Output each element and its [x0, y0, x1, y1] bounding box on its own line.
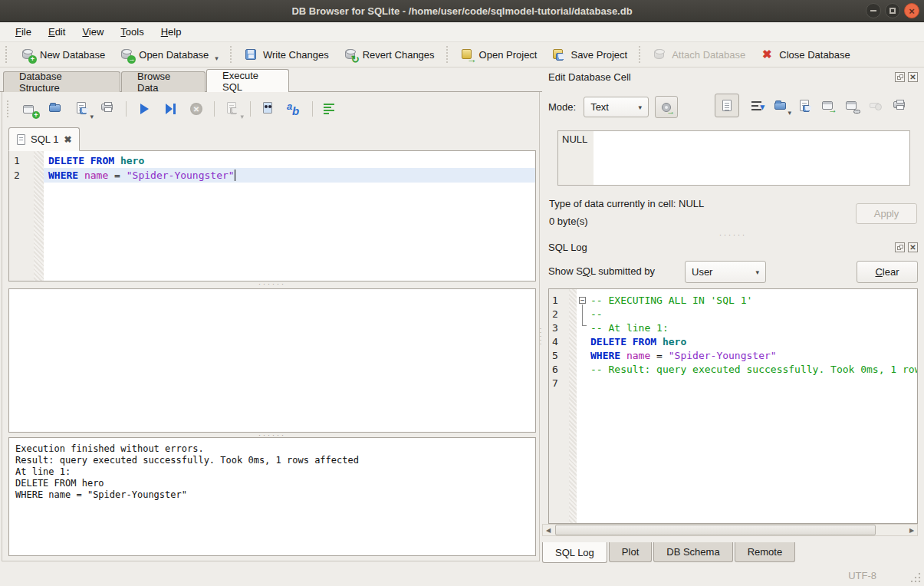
sql-editor[interactable]: 1 2 DELETE FROM heroWHERE name = "Spider…: [8, 150, 536, 281]
import-cell-data-icon[interactable]: ▾: [773, 98, 788, 114]
execute-sql-icon[interactable]: [136, 100, 153, 117]
open-database-dropdown-icon[interactable]: ▾: [215, 54, 219, 62]
dock-tab-remote[interactable]: Remote: [735, 542, 796, 562]
log-horizontal-scrollbar[interactable]: ◀ ▶: [542, 524, 918, 536]
menu-tools[interactable]: Tools: [113, 24, 151, 40]
save-project-button[interactable]: Save Project: [544, 44, 634, 65]
code-line: --: [589, 308, 917, 321]
tab-database-structure[interactable]: Database Structure: [3, 71, 120, 92]
sql-log-window-buttons: ✕: [895, 242, 918, 252]
open-in-app-icon[interactable]: →: [820, 98, 836, 114]
float-panel-icon[interactable]: [895, 72, 905, 82]
log-code[interactable]: -- EXECUTING ALL IN 'SQL 1'---- At line …: [589, 289, 917, 523]
dock-tab-db-schema[interactable]: DB Schema: [653, 542, 732, 562]
maximize-button[interactable]: [885, 3, 900, 18]
set-null-icon: [868, 98, 883, 114]
close-database-icon: ✖: [759, 47, 774, 62]
status-bar: UTF-8: [0, 564, 924, 586]
log-filter-select[interactable]: User ▾: [685, 261, 766, 283]
message-pane[interactable]: Execution finished without errors.Result…: [8, 437, 536, 556]
save-results-icon: ▾: [224, 100, 241, 117]
tab-browse-data[interactable]: Browse Data: [121, 71, 206, 92]
open-project-button[interactable]: → Open Project: [452, 44, 544, 65]
sql-toolbar-separator: [214, 101, 215, 117]
stop-execution-icon: ✕: [188, 100, 205, 117]
menu-help[interactable]: Help: [153, 24, 189, 40]
new-database-button[interactable]: + New Database: [13, 44, 112, 65]
write-changes-button[interactable]: Write Changes: [236, 44, 336, 65]
cell-type-info: Type of data currently in cell: NULL: [549, 198, 704, 209]
line-number: 3: [552, 321, 569, 335]
execute-sql-page: + ▾ ✕ ▾ ab SQL 1 ✖: [2, 92, 540, 561]
line-number: 2: [552, 308, 569, 321]
log-fold-column: −: [577, 289, 589, 523]
open-url-icon[interactable]: [844, 98, 860, 114]
sql-log-view[interactable]: 1 2 3 4 5 6 7 − -- EXECUTING ALL IN 'SQL…: [548, 288, 918, 524]
log-gutter: 1 2 3 4 5 6 7: [549, 289, 569, 523]
word-wrap-icon[interactable]: [322, 100, 339, 117]
log-filter-label: Show SQL submitted by: [548, 265, 655, 277]
format-sql-icon[interactable]: ab: [286, 100, 303, 117]
line-number: 6: [552, 363, 569, 377]
open-project-icon: →: [459, 47, 475, 62]
open-sql-file-icon[interactable]: [48, 100, 64, 117]
cell-value-editor[interactable]: NULL: [557, 130, 910, 186]
print-sql-icon[interactable]: [100, 100, 117, 117]
float-panel-icon[interactable]: [895, 242, 905, 252]
tab-execute-sql[interactable]: Execute SQL: [206, 69, 289, 92]
editor-code[interactable]: DELETE FROM heroWHERE name = "Spider-You…: [44, 151, 535, 281]
message-line: WHERE name = "Spider-Youngster": [15, 489, 529, 501]
sql-toolbar-separator: [126, 101, 127, 117]
dock-tab-plot[interactable]: Plot: [609, 542, 652, 562]
fold-collapse-icon[interactable]: −: [579, 297, 586, 304]
menu-edit[interactable]: Edit: [41, 24, 73, 40]
minimize-button[interactable]: [866, 3, 881, 18]
code-line: DELETE FROM hero: [589, 335, 917, 349]
scroll-left-icon[interactable]: ◀: [543, 525, 554, 535]
mode-select[interactable]: Text ▾: [584, 97, 649, 117]
dock-tab-sql-log[interactable]: SQL Log: [542, 542, 607, 563]
text-mode-button[interactable]: [715, 94, 739, 117]
editor-results-splitter[interactable]: ······: [8, 281, 536, 286]
open-sql-tab-icon[interactable]: +: [21, 100, 38, 117]
scrollbar-track[interactable]: [554, 525, 906, 535]
message-line: Execution finished without errors.: [15, 443, 529, 455]
open-database-button[interactable]: → Open Database ▾: [112, 44, 225, 65]
export-cell-data-icon[interactable]: [797, 98, 812, 114]
revert-changes-button[interactable]: ↻ Revert Changes: [336, 44, 442, 65]
chevron-down-icon: ▾: [755, 268, 759, 276]
close-panel-icon[interactable]: ✕: [908, 242, 918, 252]
maximize-icon: [889, 8, 896, 14]
cell-log-splitter[interactable]: ······: [542, 232, 924, 237]
close-panel-icon[interactable]: ✕: [908, 72, 918, 82]
execute-current-line-icon[interactable]: [162, 100, 179, 117]
resize-grip[interactable]: [910, 572, 921, 583]
toolbar-drag-handle[interactable]: [5, 46, 11, 63]
auto-apply-button[interactable]: →: [655, 96, 678, 118]
sql-tab[interactable]: SQL 1 ✖: [8, 127, 80, 151]
editor-fold-margin: [34, 151, 44, 281]
find-in-sql-icon[interactable]: [260, 100, 277, 117]
line-number: 4: [552, 335, 569, 349]
sql-tab-close-icon[interactable]: ✖: [64, 134, 71, 145]
close-button[interactable]: ×: [904, 3, 919, 18]
sql-toolbar-separator: [250, 101, 251, 117]
menu-file[interactable]: File: [8, 24, 39, 40]
menu-view[interactable]: View: [74, 24, 111, 40]
attach-database-icon: [652, 47, 667, 62]
clear-log-button[interactable]: Clear: [857, 261, 918, 283]
word-wrap-cell-icon[interactable]: ▾: [749, 98, 765, 114]
encoding-indicator[interactable]: UTF-8: [848, 570, 876, 581]
message-line: DELETE FROM hero: [15, 478, 529, 489]
close-database-button[interactable]: ✖ Close Database: [752, 44, 857, 65]
code-line: -- At line 1:: [589, 321, 917, 335]
titlebar[interactable]: DB Browser for SQLite - /home/user/code/…: [0, 0, 924, 22]
cell-edit-area[interactable]: [594, 131, 909, 185]
scroll-right-icon[interactable]: ▶: [906, 525, 917, 535]
save-sql-file-icon[interactable]: ▾: [74, 100, 90, 117]
scrollbar-thumb[interactable]: [555, 525, 876, 535]
print-cell-icon[interactable]: [892, 98, 907, 114]
sql-toolbar-drag-handle[interactable]: [7, 100, 12, 117]
results-pane[interactable]: [8, 288, 536, 433]
attach-database-button: Attach Database: [645, 44, 752, 65]
